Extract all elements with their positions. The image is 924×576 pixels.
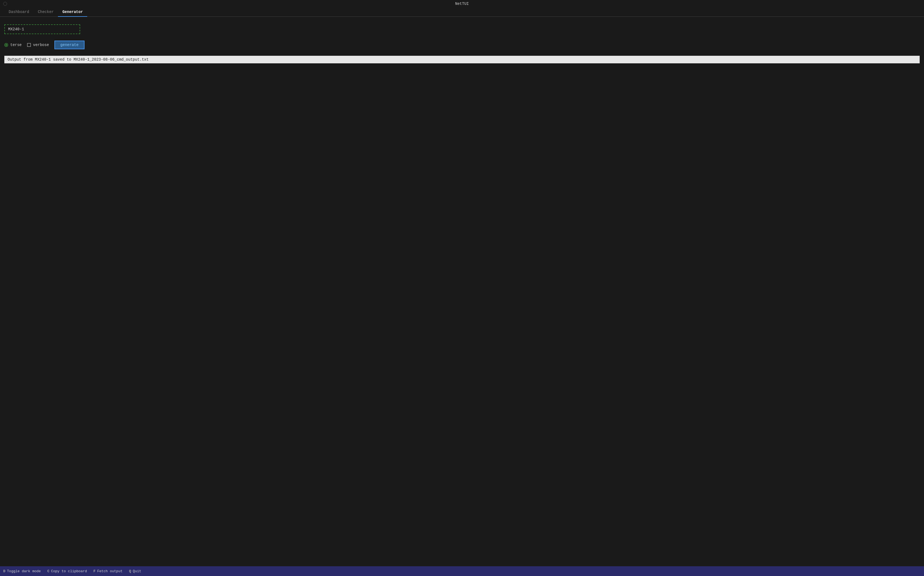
device-name-input[interactable] xyxy=(4,24,80,34)
quit-key: Q xyxy=(129,569,131,573)
app-title: NetTUI xyxy=(455,2,469,6)
navbar: Dashboard Checker Generator xyxy=(0,8,924,17)
status-toggle-dark[interactable]: D Toggle dark mode xyxy=(0,568,44,574)
toggle-dark-key: D xyxy=(3,569,5,573)
window-close-button[interactable] xyxy=(3,2,7,6)
copy-key: C xyxy=(47,569,50,573)
device-input-container xyxy=(4,24,920,34)
quit-label: Quit xyxy=(133,569,141,573)
options-row: terse verbose generate xyxy=(4,41,920,49)
titlebar: NetTUI xyxy=(0,0,924,8)
verbose-option[interactable]: verbose xyxy=(27,43,49,47)
fetch-key: F xyxy=(93,569,96,573)
tab-checker[interactable]: Checker xyxy=(34,8,58,17)
terse-radio-dot xyxy=(5,44,7,46)
generate-button[interactable]: generate xyxy=(54,41,85,49)
terse-radio[interactable] xyxy=(4,43,8,47)
fetch-label: Fetch output xyxy=(97,569,123,573)
toggle-dark-label: Toggle dark mode xyxy=(7,569,41,573)
terse-label: terse xyxy=(10,43,22,47)
status-fetch[interactable]: F Fetch output xyxy=(90,568,126,574)
main-content: terse verbose generate Output from MX240… xyxy=(0,17,924,566)
verbose-radio[interactable] xyxy=(27,43,31,47)
output-message: Output from MX240-1 saved to MX240-1_202… xyxy=(4,56,920,63)
terse-option[interactable]: terse xyxy=(4,43,22,47)
status-quit[interactable]: Q Quit xyxy=(126,568,145,574)
copy-label: Copy to clipboard xyxy=(51,569,87,573)
tab-dashboard[interactable]: Dashboard xyxy=(4,8,34,17)
statusbar: D Toggle dark mode C Copy to clipboard F… xyxy=(0,566,924,576)
tab-generator[interactable]: Generator xyxy=(58,8,87,17)
status-copy[interactable]: C Copy to clipboard xyxy=(44,568,90,574)
verbose-label: verbose xyxy=(33,43,49,47)
